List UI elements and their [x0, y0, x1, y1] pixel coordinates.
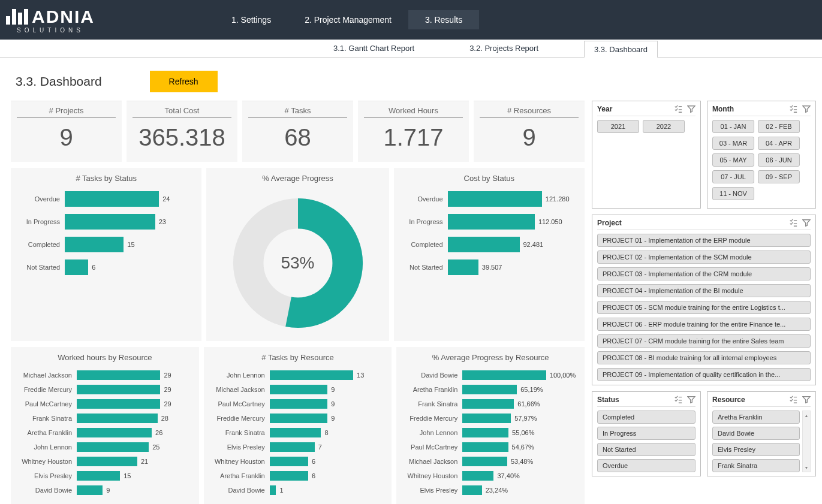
filter-chips: 20212022 — [597, 120, 695, 133]
bar-value: 54,67% — [512, 443, 534, 451]
bar-fill — [77, 428, 152, 437]
bar-track: 26 — [77, 428, 193, 437]
bar-fill — [462, 428, 508, 437]
nav-tab[interactable]: 1. Settings — [215, 10, 288, 29]
clear-filter-icon[interactable] — [687, 396, 695, 404]
clear-filter-icon[interactable] — [802, 396, 811, 404]
chart-body: David Bowie 100,00% Aretha Franklin 65,1… — [402, 370, 579, 495]
bar-row: Michael Jackson 53,48% — [402, 457, 579, 466]
filter-chip[interactable]: PROJECT 06 - ERP module training for the… — [597, 318, 811, 331]
bar-track: 24 — [65, 191, 195, 207]
filter-chip[interactable]: 02 - FEB — [758, 120, 800, 133]
chart-title: Worked hours by Resource — [17, 353, 193, 362]
bar-fill — [448, 191, 542, 207]
filter-chip[interactable]: 04 - APR — [758, 137, 800, 150]
bar-fill — [448, 237, 520, 252]
clear-filter-icon[interactable] — [802, 219, 811, 227]
filter-chip[interactable]: PROJECT 02 - Implementation of the SCM m… — [597, 251, 811, 264]
filter-chip[interactable]: 09 - SEP — [758, 170, 800, 183]
bar-track: 23 — [65, 214, 195, 230]
kpi-value: 68 — [242, 124, 353, 151]
multi-select-icon[interactable] — [789, 396, 797, 404]
bar-value: 6 — [312, 472, 315, 479]
donut-chart: 53% — [212, 191, 383, 335]
filter-chip[interactable]: 11 - NOV — [712, 187, 754, 200]
bar-row: Aretha Franklin 26 — [17, 428, 193, 437]
filter-chip[interactable]: 07 - JUL — [712, 170, 754, 183]
filter-chip[interactable]: Not Started — [597, 443, 695, 456]
filter-chip[interactable]: 2022 — [643, 120, 685, 133]
logo-subtext: SOLUTIONS — [6, 27, 95, 34]
bar-label: John Lennon — [17, 443, 77, 451]
kpi-card: Total Cost365.318 — [127, 101, 237, 162]
filter-chip[interactable]: Aretha Franklin — [712, 411, 800, 424]
bar-track: 8 — [270, 428, 386, 437]
bar-track: 112.050 — [448, 214, 579, 230]
filter-year: Year 20212022 — [592, 101, 701, 209]
bar-fill — [462, 471, 493, 481]
sub-tab[interactable]: 3.2. Projects Report — [460, 40, 548, 56]
bar-label: Not Started — [400, 264, 448, 271]
bar-row: Overdue 121.280 — [400, 191, 579, 207]
scrollbar[interactable]: ▲ ▼ — [802, 411, 811, 472]
filter-chip[interactable]: PROJECT 07 - CRM module training for the… — [597, 334, 811, 348]
filter-row-status-resource: Status CompletedIn ProgressNot StartedOv… — [592, 391, 816, 476]
refresh-button[interactable]: Refresh — [150, 71, 218, 92]
sub-tab[interactable]: 3.3. Dashboard — [584, 41, 658, 58]
filter-chip[interactable]: PROJECT 08 - BI module training for all … — [597, 351, 811, 364]
bar-track: 13 — [270, 370, 386, 380]
bar-value: 57,97% — [514, 415, 537, 422]
filter-chip[interactable]: In Progress — [597, 427, 695, 440]
scroll-down-icon[interactable]: ▼ — [803, 463, 810, 472]
filter-chip[interactable]: 2021 — [597, 120, 639, 133]
filter-chip[interactable]: Overdue — [597, 459, 695, 472]
bar-track: 92.481 — [448, 237, 579, 252]
chart-row-1: # Tasks by Status Overdue 24 In Progress… — [11, 168, 585, 341]
bar-fill — [448, 214, 535, 230]
filter-chip[interactable]: Frank Sinatra — [712, 459, 800, 472]
multi-select-icon[interactable] — [674, 105, 682, 113]
left-panel: # Projects9Total Cost365.318# Tasks68Wor… — [11, 101, 585, 504]
bar-track: 54,67% — [462, 442, 579, 452]
bar-fill — [65, 214, 155, 230]
filter-chip[interactable]: 01 - JAN — [712, 120, 754, 133]
filter-chip[interactable]: PROJECT 04 - Implementation of the BI mo… — [597, 284, 811, 297]
page-title: 3.3. Dashboard — [16, 74, 102, 89]
filter-chip[interactable]: Elvis Presley — [712, 443, 800, 456]
bar-fill — [270, 442, 315, 452]
scroll-up-icon[interactable]: ▲ — [803, 411, 810, 420]
bar-row: Freddie Mercury 9 — [210, 414, 386, 423]
filter-chip[interactable]: 06 - JUN — [758, 153, 800, 167]
chart-hours-by-resource: Worked hours by Resource Michael Jackson… — [11, 347, 199, 504]
filter-chips: 01 - JAN02 - FEB03 - MAR04 - APR05 - MAY… — [712, 120, 811, 200]
filter-chip[interactable]: Completed — [597, 411, 695, 424]
kpi-value: 9 — [11, 124, 122, 151]
multi-select-icon[interactable] — [789, 219, 797, 227]
sub-tab[interactable]: 3.1. Gantt Chart Report — [324, 40, 424, 56]
page-header: 3.3. Dashboard Refresh — [0, 58, 822, 101]
filter-chip[interactable]: PROJECT 01 - Implementation of the ERP m… — [597, 234, 811, 247]
bar-row: David Bowie 1 — [210, 485, 386, 495]
bar-track: 121.280 — [448, 191, 579, 207]
body: # Projects9Total Cost365.318# Tasks68Wor… — [0, 101, 822, 504]
bar-value: 8 — [324, 429, 328, 436]
filter-chip[interactable]: PROJECT 03 - Implementation of the CRM m… — [597, 267, 811, 280]
filter-chip[interactable]: PROJECT 09 - Implementation of quality c… — [597, 368, 811, 381]
bar-fill — [77, 442, 149, 452]
bar-value: 9 — [331, 386, 335, 393]
bar-value: 13 — [357, 372, 364, 379]
filter-chip[interactable]: 05 - MAY — [712, 153, 754, 167]
bar-value: 61,66% — [517, 400, 540, 408]
clear-filter-icon[interactable] — [687, 105, 695, 113]
kpi-value: 1.717 — [358, 124, 469, 151]
multi-select-icon[interactable] — [789, 105, 797, 113]
nav-tab[interactable]: 2. Project Management — [288, 10, 408, 29]
filter-chip[interactable]: David Bowie — [712, 427, 800, 440]
bar-label: Completed — [400, 241, 448, 248]
bar-row: Elvis Presley 15 — [17, 471, 193, 481]
filter-chip[interactable]: PROJECT 05 - SCM module training for the… — [597, 301, 811, 314]
nav-tab[interactable]: 3. Results — [408, 10, 479, 29]
multi-select-icon[interactable] — [674, 396, 682, 404]
filter-chip[interactable]: 03 - MAR — [712, 137, 754, 150]
clear-filter-icon[interactable] — [802, 105, 811, 113]
